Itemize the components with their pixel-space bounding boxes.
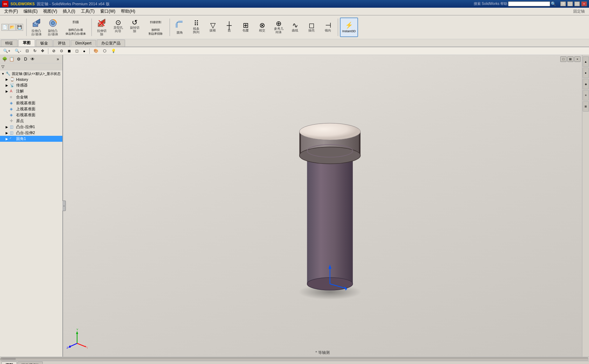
open-button[interactable]: 📂 [9, 24, 16, 31]
menu-edit[interactable]: 编辑(E) [21, 8, 40, 15]
scene-button[interactable]: ⬡ [101, 48, 108, 54]
menu-view[interactable]: 视图(V) [40, 8, 60, 15]
history-expand[interactable]: ▶ [6, 78, 10, 81]
fillet-button[interactable]: 圆角 [172, 18, 188, 36]
new-button[interactable]: 📄 [1, 24, 8, 31]
save-button[interactable]: 💾 [16, 24, 23, 31]
tab-office[interactable]: 办公室产品 [97, 40, 125, 47]
appearances-button[interactable]: 🎨 [92, 48, 100, 54]
panel-collapse-handle[interactable]: › [62, 201, 66, 211]
wrap-button[interactable]: ⊞ 包覆 [238, 18, 254, 36]
help-button[interactable]: ? [560, 1, 566, 6]
realview-button[interactable]: 💡 [109, 48, 118, 54]
menu-insert[interactable]: 插入(I) [60, 8, 78, 15]
right-panel-btn-4[interactable]: ≡ [583, 90, 589, 100]
zoom-fit-button[interactable]: ⊡ [24, 48, 30, 54]
tab-evaluate[interactable]: 评估 [53, 40, 70, 47]
zoom-out-button[interactable]: 🔍- [13, 48, 23, 54]
menu-tools[interactable]: 工具(T) [78, 8, 97, 15]
tab-dimxpert[interactable]: DimXpert [71, 40, 96, 46]
loft-cut-button[interactable]: 放样切割边界切除 [143, 27, 168, 37]
view-orientation-button[interactable]: ⊙ [58, 48, 65, 54]
ref-geom-button[interactable]: ⊕ 参考几何体 [270, 18, 287, 36]
property-manager-icon[interactable]: 📋 [8, 56, 15, 62]
tree-annotation-item[interactable]: ▶ A 注解 [0, 88, 62, 94]
rotate-boss-button[interactable]: 旋转凸台/基体 [45, 17, 61, 37]
fillet1-expand[interactable]: ▶ [6, 137, 10, 141]
menu-window[interactable]: 窗口(W) [97, 8, 118, 15]
vp-restore[interactable]: ⊠ [567, 56, 574, 62]
tab-sheetmetal[interactable]: 钣金 [36, 40, 53, 47]
tree-material-item[interactable]: ≡ 合金钢 [0, 94, 62, 100]
scroll-thumb[interactable] [2, 358, 16, 360]
document-name: 固定轴 [570, 9, 588, 14]
horizontal-scrollbar[interactable] [0, 357, 589, 361]
boss1-expand[interactable]: ▶ [6, 125, 10, 129]
mirror-button[interactable]: ⊣ 镜向 [320, 18, 336, 36]
tree-sensor-item[interactable]: ▶ 📡 传感器 [0, 82, 62, 88]
tree-boss-extrude2-item[interactable]: ▶ ◫ 凸台-拉伸2 [0, 130, 62, 136]
feature-manager-icon[interactable]: 🌳 [1, 56, 8, 62]
rib-button[interactable]: ┼ 筋 [221, 18, 237, 36]
display-manager-icon[interactable]: 👁 [29, 56, 36, 62]
draft-button[interactable]: ▽ 拔模 [205, 18, 221, 36]
expand-icon[interactable]: » [55, 56, 61, 62]
search-icon[interactable]: 🔍 [551, 1, 556, 6]
dim-xpert-icon[interactable]: D [22, 56, 29, 62]
boss-extrude-button[interactable]: 拉伸凸台/基体 [28, 17, 44, 37]
tree-fillet1-item[interactable]: ▶ ◜ 圆角1 [0, 136, 62, 142]
pan-button[interactable]: ✥ [39, 48, 46, 54]
loft-boss-button[interactable]: 放样凸台/基体边界凸台/基体 [62, 27, 90, 37]
tree-boss-extrude1-item[interactable]: ▶ ◫ 凸台-拉伸1 [0, 124, 62, 130]
minimize-button[interactable]: _ [567, 1, 573, 6]
tab-sketch[interactable]: 草图 [18, 39, 35, 47]
help-search-input[interactable] [508, 1, 550, 6]
linear-pattern-button[interactable]: ⠿ 线条阵列 [188, 18, 204, 36]
rotate-view-button[interactable]: ↻ [32, 48, 38, 54]
root-expand[interactable]: ▼ [1, 72, 6, 76]
tab-feature[interactable]: 特征 [1, 40, 18, 47]
right-panel-btn-3[interactable]: ◈ [583, 79, 589, 89]
sweep-cut-button[interactable]: 扫描切割 [143, 18, 168, 27]
menu-file[interactable]: 文件(F) [1, 8, 21, 15]
vp-maximize[interactable]: □ [560, 56, 567, 62]
config-manager-icon[interactable]: ⚙ [15, 56, 22, 62]
right-panel-btn-1[interactable]: ▲ [583, 56, 589, 67]
viewport[interactable]: Y X Z * 等轴测 □ ⊠ × [63, 55, 582, 357]
top-plane-expand [6, 107, 10, 111]
vp-close[interactable]: × [574, 56, 581, 62]
tab-motion[interactable]: 运动算例1 [18, 362, 43, 364]
close-button[interactable]: × [581, 1, 587, 6]
rotate-cut-button[interactable]: ↺ 旋转切除 [126, 17, 143, 35]
scroll-track[interactable] [1, 358, 588, 360]
zoom-in-button[interactable]: 🔍+ [1, 48, 12, 54]
tab-model[interactable]: 模型 [1, 362, 17, 364]
section-view-button[interactable]: ⊘ [50, 48, 57, 54]
shell-button[interactable]: ◻ 抽壳 [303, 18, 320, 36]
tree-top-plane-item[interactable]: ◈ 上视基准面 [0, 106, 62, 112]
sensor-expand[interactable]: ▶ [6, 84, 10, 87]
sweep-button[interactable]: 扫描 [62, 18, 90, 27]
extrude-cut-button[interactable]: 拉伸切除 [94, 17, 110, 37]
filter-bar: ▽ [0, 63, 62, 70]
right-panel-btn-2[interactable]: ● [583, 68, 589, 78]
hole-wizard-button[interactable]: ⊙ 异型孔向导 [110, 17, 126, 35]
tree-origin-item[interactable]: ✛ 原点 [0, 118, 62, 124]
menu-help[interactable]: 帮助(H) [118, 8, 138, 15]
restore-button[interactable]: □ [574, 1, 580, 6]
tree-front-plane-item[interactable]: ◈ 前视基准面 [0, 100, 62, 106]
intersect-button[interactable]: ⊗ 相交 [254, 18, 270, 36]
tree-right-plane-item[interactable]: ◈ 右视基准面 [0, 112, 62, 118]
shaded-button[interactable]: ● [81, 48, 87, 54]
hide-lines-button[interactable]: ◻ [74, 48, 80, 54]
tree-history-item[interactable]: ▶ ⌚ History [0, 77, 62, 82]
instant3d-button[interactable]: ⚡ Instant3D [340, 18, 358, 37]
right-panel-btn-5[interactable]: ⊞ [583, 101, 589, 112]
boss2-expand[interactable]: ▶ [6, 131, 10, 135]
annotation-expand[interactable]: ▶ [6, 90, 10, 93]
display-style-button[interactable]: ◼ [66, 48, 73, 54]
main-toolbar: 📄 📂 💾 拉伸凸台/基体 [0, 15, 589, 39]
tree-root-item[interactable]: ▼ 🔧 固定轴 (默认<<默认>_显示状态 [0, 71, 62, 77]
curves-button[interactable]: ∿ 曲线 [287, 18, 303, 36]
filter-icon[interactable]: ▽ [1, 64, 4, 69]
